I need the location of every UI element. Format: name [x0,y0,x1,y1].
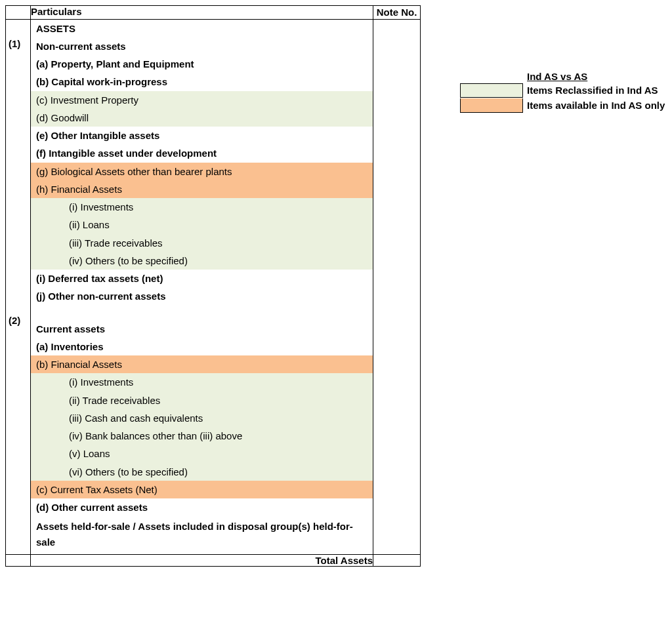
spacer [31,306,373,320]
legend-text-reclassified: Items Reclassified in Ind AS [527,83,658,98]
nca-item-a: (a) Property, Plant and Equipment [31,55,373,73]
section-number-col: (1) (2) [6,19,31,555]
header-note-no: Note No. [373,6,421,20]
non-current-assets-heading: Non-current assets [31,37,373,55]
nca-item-h-i: (i) Investments [31,198,373,216]
section-number-2: (2) [9,315,20,326]
nca-item-h-ii: (ii) Loans [31,216,373,233]
ca-item-b-i: (i) Investments [31,373,373,391]
total-assets-label: Total Assets [31,555,373,567]
nca-item-h: (h) Financial Assets [31,180,373,198]
legend-row-reclassified: Items Reclassified in Ind AS [460,83,665,98]
legend-title: Ind AS vs AS [527,71,665,82]
balance-sheet-table: Particulars Note No. (1) (2) ASSETS Non-… [5,5,421,567]
legend-swatch-orange [460,98,523,113]
nca-item-d: (d) Goodwill [31,109,373,127]
ca-item-b: (b) Financial Assets [31,355,373,373]
nca-item-b: (b) Capital work-in-progress [31,73,373,91]
particulars-body: ASSETS Non-current assets (a) Property, … [31,19,373,555]
ca-item-b-vi: (vi) Others (to be specified) [31,463,373,481]
nca-item-h-iv: (iv) Others (to be specified) [31,252,373,270]
assets-heading: ASSETS [31,20,373,37]
nca-item-i: (i) Deferred tax assets (net) [31,270,373,287]
legend: Ind AS vs AS Items Reclassified in Ind A… [460,71,665,113]
legend-text-indas-only: Items available in Ind AS only [527,98,665,113]
ca-item-d: (d) Other current assets [31,498,373,516]
ca-item-b-iv: (iv) Bank balances other than (iii) abov… [31,427,373,445]
header-blank [6,6,31,20]
legend-row-indas-only: Items available in Ind AS only [460,98,665,113]
held-for-sale: Assets held-for-sale / Assets included i… [31,516,373,554]
nca-item-g: (g) Biological Assets other than bearer … [31,163,373,180]
header-particulars: Particulars [31,6,373,20]
ca-item-a: (a) Inventories [31,338,373,355]
section-number-1: (1) [9,38,20,49]
ca-item-b-iii: (iii) Cash and cash equivalents [31,409,373,427]
legend-swatch-green [460,83,523,98]
nca-item-e: (e) Other Intangible assets [31,127,373,144]
footer-note [373,555,421,567]
ca-item-c: (c) Current Tax Assets (Net) [31,481,373,498]
note-no-body [373,19,421,555]
nca-item-f: (f) Intangible asset under development [31,144,373,162]
nca-item-h-iii: (iii) Trade receivables [31,234,373,252]
ca-item-b-v: (v) Loans [31,445,373,462]
nca-item-j: (j) Other non-current assets [31,287,373,305]
footer-num [6,555,31,567]
ca-item-b-ii: (ii) Trade receivables [31,392,373,409]
current-assets-heading: Current assets [31,320,373,338]
header-row: Particulars Note No. [6,6,421,20]
nca-item-c: (c) Investment Property [31,91,373,109]
